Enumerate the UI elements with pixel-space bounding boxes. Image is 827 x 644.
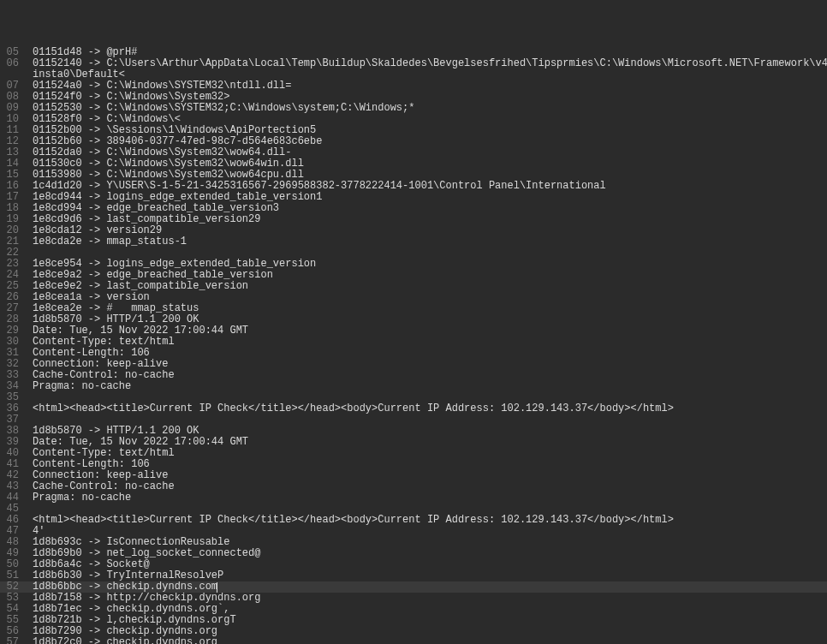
line-number: 06 <box>0 58 22 69</box>
line-text <box>22 392 33 403</box>
editor-line[interactable]: 36<html><head><title>Current IP Check</t… <box>0 403 827 414</box>
line-text: Pragma: no-cache <box>22 492 131 504</box>
line-text <box>22 504 33 515</box>
editor-line[interactable]: 44Pragma: no-cache <box>0 492 827 504</box>
line-text: 01152140 -> C:\Users\Arthur\AppData\Loca… <box>22 58 827 69</box>
line-text: 1e8cda2e -> mmap_status-1 <box>22 236 187 247</box>
line-text <box>22 414 33 426</box>
line-text <box>22 247 33 259</box>
editor-line[interactable]: 211e8cda2e -> mmap_status-1 <box>0 236 827 247</box>
editor-line[interactable]: 571d8b72c0 -> checkip.dyndns.org <box>0 637 827 644</box>
line-text: Pragma: no-cache <box>22 381 131 392</box>
line-text: <html><head><title>Current IP Check</tit… <box>22 403 674 414</box>
line-text: <html><head><title>Current IP Check</tit… <box>22 515 674 526</box>
editor-line[interactable]: 34Pragma: no-cache <box>0 381 827 392</box>
line-number: 57 <box>0 637 22 644</box>
code-editor[interactable]: 0501151d48 -> @prH#0601152140 -> C:\User… <box>0 45 827 644</box>
editor-line[interactable]: 46<html><head><title>Current IP Check</t… <box>0 515 827 526</box>
line-text: 1d8b72c0 -> checkip.dyndns.org <box>22 637 217 644</box>
